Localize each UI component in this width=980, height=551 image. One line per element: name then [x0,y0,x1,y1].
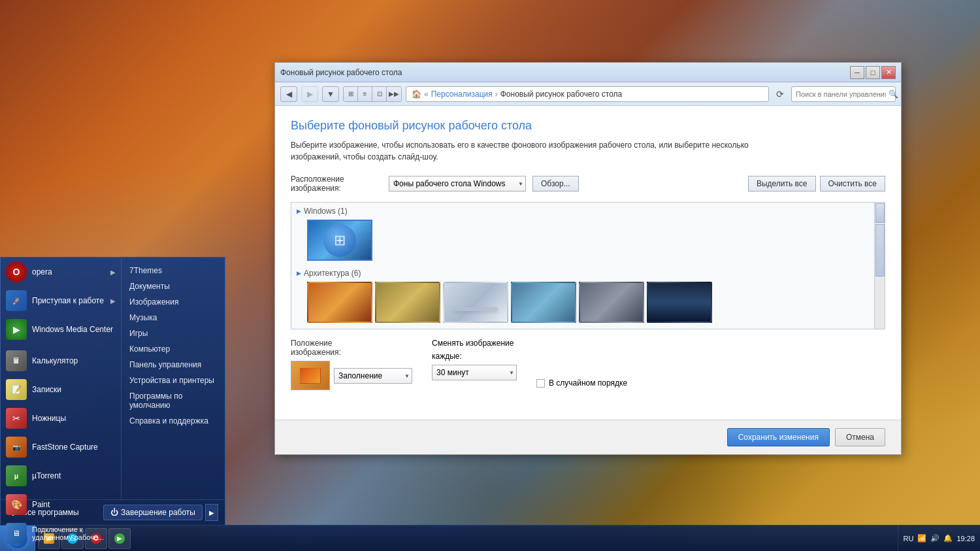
breadcrumb-sep2: › [495,90,498,99]
select-all-button[interactable]: Выделить все [748,176,816,192]
paint-icon: 🎨 [6,494,27,515]
start-right-control[interactable]: Панель управления [122,357,225,373]
wallpaper-arch5[interactable] [579,282,644,323]
wmc-label: Windows Media Center [32,325,113,334]
location-row: Расположение изображения: Фоны рабочего … [291,175,885,193]
save-button[interactable]: Сохранить изменения [727,428,830,446]
section-arrow-windows: ▶ [297,208,301,214]
windows-section-header[interactable]: ▶ Windows (1) [297,207,869,216]
start-right-images[interactable]: Изображения [122,294,225,310]
section-arrow-arch: ▶ [297,270,301,276]
taskbar-items: 📁 S O ▶ [35,526,898,551]
start-item-opera[interactable]: O opera ▶ [1,258,121,286]
work-arrow: ▶ [110,297,116,305]
start-menu-content: O opera ▶ 🚀 Приступая к работе ▶ ▶ Windo… [1,258,225,499]
start-right-computer[interactable]: Компьютер [122,341,225,357]
architecture-section-header[interactable]: ▶ Архитектура (6) [297,269,869,278]
start-item-work[interactable]: 🚀 Приступая к работе ▶ [1,286,121,315]
window-controls: ─ □ ✕ [850,66,896,79]
remote-label: Подключение к удаленному рабоче... [32,526,116,541]
location-select-wrapper: Фоны рабочего стола Windows [389,176,526,192]
browse-button[interactable]: Обзор... [532,176,579,192]
start-right-devices[interactable]: Устройства и принтеры [122,373,225,388]
start-item-faststone[interactable]: 📷 FastStone Capture [1,433,121,461]
shutdown-arrow-button[interactable]: ▶ [205,504,218,521]
opera-icon: O [6,261,27,282]
breadcrumb-home-icon: 🏠 [412,90,421,99]
tray-time-display: 19:28 [956,535,975,543]
interval-select[interactable]: 30 минут 1 минута 10 минут 1 час 6 часов… [432,365,517,380]
view-tiles[interactable]: ⊡ [372,87,387,101]
view-list[interactable]: ≡ [358,87,372,101]
dropdown-button[interactable]: ▼ [322,86,339,102]
windows-section: ▶ Windows (1) ⊞ [291,203,874,265]
start-right-games[interactable]: Игры [122,326,225,341]
landscapes-section: ▶ Пейзажи (6) [291,327,874,329]
wallpaper-scrollbar[interactable] [874,203,885,329]
tray-time[interactable]: 19:28 [956,535,975,543]
start-right-7themes[interactable]: 7Themes [122,263,225,278]
utorrent-label: µTorrent [32,471,61,480]
refresh-button[interactable]: ⟳ [773,87,787,101]
start-item-calc[interactable]: 🖩 Калькулятор [1,346,121,375]
architecture-section: ▶ Архитектура (6) [291,265,874,327]
wmc-icon: ▶ [6,319,27,340]
location-select[interactable]: Фоны рабочего стола Windows [389,176,526,192]
start-item-remote[interactable]: 🖥 Подключение к удаленному рабоче... [1,519,121,548]
scrollbar-thumb[interactable] [875,224,885,276]
desktop: Фоновый рисунок рабочего стола ─ □ ✕ ◀ ▶… [0,0,980,551]
search-box: 🔍 [791,86,896,102]
breadcrumb-personalization[interactable]: Персонализация [431,90,493,99]
wallpaper-arch6[interactable] [647,282,712,323]
page-title: Выберите фоновый рисунок рабочего стола [291,119,885,133]
position-preview-inner [300,368,321,384]
system-tray: RU 📶 🔊 🔔 19:28 [898,526,980,551]
control-panel-window: Фоновый рисунок рабочего стола ─ □ ✕ ◀ ▶… [274,62,902,455]
notes-icon: 📝 [6,379,27,400]
view-large-icons[interactable]: ⊞ [344,87,358,101]
forward-button[interactable]: ▶ [301,86,318,102]
start-right-help[interactable]: Справка и поддержка [122,413,225,429]
search-icon: 🔍 [889,90,898,99]
position-select[interactable]: Заполнение По размеру Растянуть Рядом По… [334,368,412,384]
breadcrumb-current: Фоновый рисунок рабочего стола [500,90,623,99]
random-label: В случайном порядке [549,378,627,388]
opera-label: opera [32,267,52,276]
wallpaper-arch1[interactable] [307,282,372,323]
search-input[interactable] [796,90,886,98]
taskbar: ⊞ 📁 S O ▶ RU 📶 🔊 🔔 19:28 [0,525,980,551]
faststone-icon: 📷 [6,437,27,458]
position-preview [291,361,330,390]
tray-speaker-icon[interactable]: 🔊 [930,534,939,543]
start-right-defaults[interactable]: Программы по умолчанию [122,388,225,413]
start-item-paint[interactable]: 🎨 Paint [1,490,121,519]
wallpaper-arch3[interactable] [443,282,508,323]
cancel-button[interactable]: Отмена [835,428,885,446]
position-label: Положение изображения: [291,339,382,357]
start-menu-right: 7Themes Документы Изображения Музыка Игр… [122,258,225,499]
view-details[interactable]: ▶▶ [387,87,401,101]
breadcrumb-sep1: « [424,90,429,99]
interval-select-wrapper: 30 минут 1 минута 10 минут 1 час 6 часов… [432,365,517,380]
wallpaper-thumb-windows[interactable]: ⊞ [307,220,372,261]
wallpaper-arch4[interactable] [511,282,576,323]
minimize-button[interactable]: ─ [850,66,864,79]
random-checkbox[interactable] [536,379,545,388]
start-right-music[interactable]: Музыка [122,310,225,326]
calc-icon: 🖩 [6,350,27,371]
scissors-label: Ножницы [32,414,66,423]
start-item-utorrent[interactable]: µ µTorrent [1,461,121,490]
start-right-docs[interactable]: Документы [122,278,225,294]
start-item-notes[interactable]: 📝 Записки [1,375,121,404]
tray-lang[interactable]: RU [904,535,914,543]
close-button[interactable]: ✕ [881,66,896,79]
start-item-scissors[interactable]: ✂ Ножницы [1,404,121,433]
start-item-wmc[interactable]: ▶ Windows Media Center [1,315,121,344]
tray-notification-icon[interactable]: 🔔 [943,534,953,543]
clear-all-button[interactable]: Очистить все [820,176,885,192]
shutdown-label: Завершение работы [121,508,195,517]
back-button[interactable]: ◀ [280,86,297,102]
maximize-button[interactable]: □ [866,66,880,79]
wallpaper-arch2[interactable] [375,282,440,323]
utorrent-icon: µ [6,465,27,486]
